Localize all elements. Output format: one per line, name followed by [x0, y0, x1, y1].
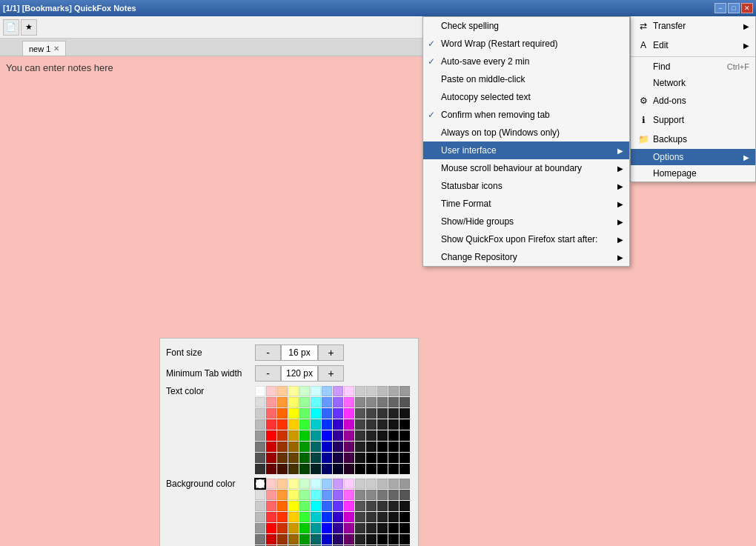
color-cell-67[interactable]: [377, 523, 388, 533]
color-cell-49[interactable]: [333, 419, 343, 430]
color-cell-8[interactable]: [344, 386, 354, 396]
color-cell-37[interactable]: [355, 501, 365, 511]
color-cell-69[interactable]: [399, 430, 410, 441]
color-cell-31[interactable]: [288, 408, 299, 419]
color-cell-32[interactable]: [299, 408, 310, 419]
color-cell-98[interactable]: [255, 464, 265, 474]
color-cell-41[interactable]: [399, 408, 410, 419]
color-cell-78[interactable]: [344, 534, 354, 545]
color-cell-44[interactable]: [277, 512, 288, 522]
submenu-item-time-format[interactable]: Time Format▶: [423, 195, 629, 213]
color-cell-73[interactable]: [288, 442, 299, 452]
color-cell-85[interactable]: [266, 453, 276, 463]
color-cell-7[interactable]: [333, 386, 343, 396]
color-cell-52[interactable]: [366, 512, 377, 522]
color-cell-21[interactable]: [333, 397, 343, 407]
submenu-item-confirm-remove[interactable]: ✓Confirm when removing tab: [423, 106, 629, 124]
color-cell-18[interactable]: [299, 490, 310, 500]
color-cell-19[interactable]: [311, 490, 321, 500]
submenu-item-always-on-top[interactable]: Always on top (Windows only): [423, 124, 629, 142]
text-color-grid[interactable]: [255, 386, 410, 474]
color-cell-99[interactable]: [266, 464, 276, 474]
color-cell-59[interactable]: [288, 523, 299, 533]
color-cell-13[interactable]: [399, 479, 410, 489]
color-cell-28[interactable]: [255, 501, 265, 511]
color-cell-104[interactable]: [322, 464, 332, 474]
submenu-item-mouse-scroll[interactable]: Mouse scroll behaviour at boundary▶: [423, 159, 629, 177]
color-cell-80[interactable]: [366, 442, 377, 452]
color-cell-68[interactable]: [388, 523, 399, 533]
color-cell-21[interactable]: [333, 490, 343, 500]
color-cell-46[interactable]: [299, 512, 310, 522]
color-cell-75[interactable]: [311, 534, 321, 545]
color-cell-42[interactable]: [255, 419, 265, 430]
color-cell-29[interactable]: [266, 501, 276, 511]
submenu-item-auto-save[interactable]: ✓Auto-save every 2 min: [423, 53, 629, 70]
submenu-item-show-quickfox[interactable]: Show QuickFox upon Firefox start after:▶: [423, 230, 629, 248]
color-cell-10[interactable]: [366, 479, 377, 489]
color-cell-57[interactable]: [266, 430, 276, 441]
color-cell-48[interactable]: [322, 512, 332, 522]
color-cell-53[interactable]: [377, 419, 388, 430]
color-cell-86[interactable]: [277, 453, 288, 463]
color-cell-82[interactable]: [388, 534, 399, 545]
submenu-item-word-wrap[interactable]: ✓Word Wrap (Restart required): [423, 35, 629, 53]
color-cell-36[interactable]: [344, 408, 354, 419]
color-cell-8[interactable]: [344, 479, 354, 489]
min-tab-plus[interactable]: +: [318, 365, 344, 382]
color-cell-62[interactable]: [322, 523, 332, 533]
menu-item-homepage[interactable]: Homepage: [631, 165, 755, 182]
color-cell-33[interactable]: [311, 408, 321, 419]
color-cell-67[interactable]: [377, 430, 388, 441]
color-cell-65[interactable]: [355, 523, 365, 533]
color-cell-110[interactable]: [388, 464, 399, 474]
color-cell-60[interactable]: [299, 430, 310, 441]
color-cell-14[interactable]: [255, 397, 265, 407]
color-cell-6[interactable]: [322, 479, 332, 489]
color-cell-111[interactable]: [399, 464, 410, 474]
color-cell-12[interactable]: [388, 479, 399, 489]
color-cell-83[interactable]: [399, 534, 410, 545]
submenu-item-autocopy[interactable]: Autocopy selected text: [423, 88, 629, 106]
color-cell-93[interactable]: [355, 453, 365, 463]
color-cell-38[interactable]: [366, 408, 377, 419]
color-cell-106[interactable]: [344, 464, 354, 474]
color-cell-66[interactable]: [366, 523, 377, 533]
color-cell-1[interactable]: [266, 479, 276, 489]
color-cell-69[interactable]: [399, 523, 410, 533]
color-cell-38[interactable]: [366, 501, 377, 511]
color-cell-51[interactable]: [355, 512, 365, 522]
color-cell-57[interactable]: [266, 523, 276, 533]
color-cell-51[interactable]: [355, 419, 365, 430]
color-cell-26[interactable]: [388, 490, 399, 500]
new-note-button[interactable]: 📄: [3, 19, 19, 36]
menu-item-edit[interactable]: AEdit▶: [631, 36, 755, 55]
color-cell-2[interactable]: [277, 386, 288, 396]
color-cell-72[interactable]: [277, 442, 288, 452]
color-cell-48[interactable]: [322, 419, 332, 430]
color-cell-75[interactable]: [311, 442, 321, 452]
color-cell-91[interactable]: [333, 453, 343, 463]
color-cell-49[interactable]: [333, 512, 343, 522]
color-cell-30[interactable]: [277, 501, 288, 511]
color-cell-41[interactable]: [399, 501, 410, 511]
bookmark-button[interactable]: ★: [21, 19, 37, 36]
color-cell-15[interactable]: [266, 397, 276, 407]
color-cell-102[interactable]: [299, 464, 310, 474]
color-cell-45[interactable]: [288, 419, 299, 430]
submenu-item-show-hide-groups[interactable]: Show/Hide groups▶: [423, 213, 629, 230]
close-button[interactable]: ✕: [741, 3, 753, 13]
color-cell-83[interactable]: [399, 442, 410, 452]
color-cell-88[interactable]: [299, 453, 310, 463]
color-cell-78[interactable]: [344, 442, 354, 452]
color-cell-20[interactable]: [322, 490, 332, 500]
color-cell-14[interactable]: [255, 490, 265, 500]
color-cell-23[interactable]: [355, 397, 365, 407]
bg-color-grid[interactable]: [255, 479, 410, 546]
color-cell-40[interactable]: [388, 408, 399, 419]
color-cell-28[interactable]: [255, 408, 265, 419]
menu-item-backups[interactable]: 📁Backups: [631, 130, 755, 149]
submenu-item-change-repository[interactable]: Change Repository▶: [423, 248, 629, 266]
color-cell-43[interactable]: [266, 419, 276, 430]
color-cell-74[interactable]: [299, 442, 310, 452]
